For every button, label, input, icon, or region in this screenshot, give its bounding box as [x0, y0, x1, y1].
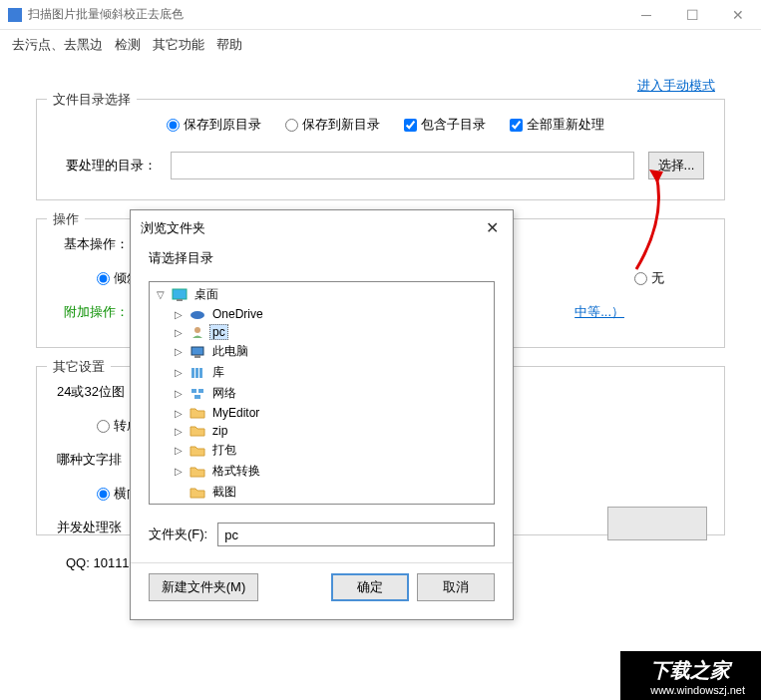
- tree-node[interactable]: ▷zip: [152, 422, 492, 440]
- expand-icon[interactable]: ▷: [172, 327, 186, 338]
- new-folder-button[interactable]: 新建文件夹(M): [149, 573, 258, 601]
- menu-help[interactable]: 帮助: [212, 34, 246, 56]
- start-button[interactable]: [607, 507, 707, 540]
- tree-node[interactable]: ▽桌面: [152, 284, 492, 305]
- tree-node[interactable]: ▷打包: [152, 440, 492, 461]
- tree-node[interactable]: ▷pc: [152, 323, 492, 341]
- titlebar: 扫描图片批量倾斜校正去底色 ─ ☐ ✕: [0, 0, 761, 30]
- medium-link[interactable]: 中等...）: [574, 303, 624, 321]
- reproc-checkbox[interactable]: 全部重新处理: [510, 116, 604, 134]
- save-orig-radio[interactable]: 保存到原目录: [167, 116, 261, 134]
- tree-label[interactable]: 截图: [209, 483, 239, 502]
- folder-input[interactable]: [217, 523, 495, 546]
- menu-despeckle[interactable]: 去污点、去黑边: [8, 34, 107, 56]
- directory-legend: 文件目录选择: [47, 91, 137, 109]
- tree-node[interactable]: ▷MyEditor: [152, 404, 492, 422]
- expand-icon[interactable]: ▷: [172, 466, 186, 477]
- svg-rect-5: [194, 355, 200, 358]
- menu-other[interactable]: 其它功能: [149, 34, 208, 56]
- expand-icon[interactable]: ▷: [172, 408, 186, 419]
- none-radio[interactable]: 无: [634, 269, 664, 287]
- onedrive-icon: [190, 307, 205, 321]
- menu-detect[interactable]: 检测: [111, 34, 145, 56]
- dialog-title: 浏览文件夹: [141, 219, 205, 237]
- folder-icon: [190, 465, 205, 479]
- expand-icon[interactable]: ▷: [172, 346, 186, 357]
- subdir-checkbox[interactable]: 包含子目录: [404, 116, 486, 134]
- expand-icon[interactable]: ▷: [172, 445, 186, 456]
- browse-folder-dialog: 浏览文件夹 ✕ 请选择目录 ▽桌面▷OneDrive▷pc▷此电脑▷库▷网络▷M…: [130, 209, 514, 620]
- tree-label[interactable]: 打包: [209, 441, 239, 460]
- expand-icon[interactable]: ▽: [154, 289, 168, 300]
- desktop-icon: [172, 288, 188, 302]
- tree-label[interactable]: 网络: [209, 384, 239, 403]
- add-op-label: 附加操作：: [57, 303, 137, 321]
- expand-icon[interactable]: ▷: [172, 367, 186, 378]
- cancel-button[interactable]: 取消: [417, 573, 495, 601]
- dir-input[interactable]: [171, 152, 634, 179]
- folder-label: 文件夹(F):: [149, 525, 207, 543]
- ok-button[interactable]: 确定: [331, 573, 409, 601]
- user-icon: [190, 325, 205, 339]
- svg-rect-10: [198, 389, 203, 393]
- svg-rect-8: [199, 368, 202, 378]
- expand-icon[interactable]: ▷: [172, 309, 186, 320]
- tree-node[interactable]: ▷此电脑: [152, 341, 492, 362]
- directory-fieldset: 文件目录选择 保存到原目录 保存到新目录 包含子目录 全部重新处理 要处理的目录…: [36, 99, 725, 200]
- tree-node[interactable]: ▷库: [152, 362, 492, 383]
- tree-label[interactable]: 库: [209, 363, 227, 382]
- manual-mode-link[interactable]: 进入手动模式: [637, 78, 715, 93]
- pc-icon: [190, 345, 205, 359]
- operation-legend: 操作: [47, 210, 85, 228]
- tree-label[interactable]: zip: [209, 423, 230, 439]
- minimize-button[interactable]: ─: [623, 0, 669, 30]
- svg-point-2: [190, 311, 204, 319]
- svg-rect-11: [194, 395, 200, 399]
- dialog-subtitle: 请选择目录: [131, 245, 513, 277]
- tree-label[interactable]: 桌面: [191, 285, 221, 304]
- tree-label[interactable]: pc: [209, 324, 228, 340]
- window-title: 扫描图片批量倾斜校正去底色: [28, 6, 623, 23]
- tree-node[interactable]: ▷OneDrive: [152, 305, 492, 323]
- lib-icon: [190, 366, 205, 380]
- tree-node[interactable]: ▷网络: [152, 383, 492, 404]
- maximize-button[interactable]: ☐: [669, 0, 715, 30]
- expand-icon[interactable]: ▷: [172, 388, 186, 399]
- menubar: 去污点、去黑边 检测 其它功能 帮助: [0, 30, 761, 60]
- tree-label[interactable]: OneDrive: [209, 306, 266, 322]
- svg-point-3: [194, 327, 200, 333]
- svg-rect-1: [177, 299, 183, 301]
- tree-label[interactable]: MyEditor: [209, 405, 262, 421]
- close-button[interactable]: ✕: [715, 0, 761, 30]
- folder-icon: [190, 406, 205, 420]
- bit-label: 24或32位图: [57, 383, 133, 401]
- watermark: 下载之家 www.windowszj.net: [620, 651, 761, 700]
- svg-rect-4: [191, 347, 203, 355]
- svg-rect-9: [191, 389, 196, 393]
- app-icon: [8, 8, 22, 22]
- svg-rect-7: [195, 368, 198, 378]
- folder-tree[interactable]: ▽桌面▷OneDrive▷pc▷此电脑▷库▷网络▷MyEditor▷zip▷打包…: [149, 281, 495, 505]
- svg-rect-0: [173, 289, 187, 299]
- tree-label[interactable]: 格式转换: [209, 462, 263, 481]
- other-legend: 其它设置: [47, 358, 111, 376]
- tree-node[interactable]: 截图: [152, 482, 492, 503]
- select-dir-button[interactable]: 选择...: [648, 152, 704, 179]
- folder-icon: [190, 444, 205, 458]
- folder-icon: [190, 486, 205, 500]
- save-new-radio[interactable]: 保存到新目录: [285, 116, 380, 134]
- parallel-label: 并发处理张: [57, 519, 130, 536]
- dir-label: 要处理的目录：: [57, 157, 157, 175]
- text-dir-label: 哪种文字排: [57, 451, 130, 469]
- svg-rect-6: [191, 368, 194, 378]
- expand-icon[interactable]: ▷: [172, 426, 186, 437]
- folder-icon: [190, 424, 205, 438]
- dialog-close-button[interactable]: ✕: [482, 218, 503, 237]
- tree-label[interactable]: 此电脑: [209, 342, 251, 361]
- basic-op-label: 基本操作：: [57, 235, 137, 253]
- tree-node[interactable]: ▷格式转换: [152, 461, 492, 482]
- network-icon: [190, 387, 205, 401]
